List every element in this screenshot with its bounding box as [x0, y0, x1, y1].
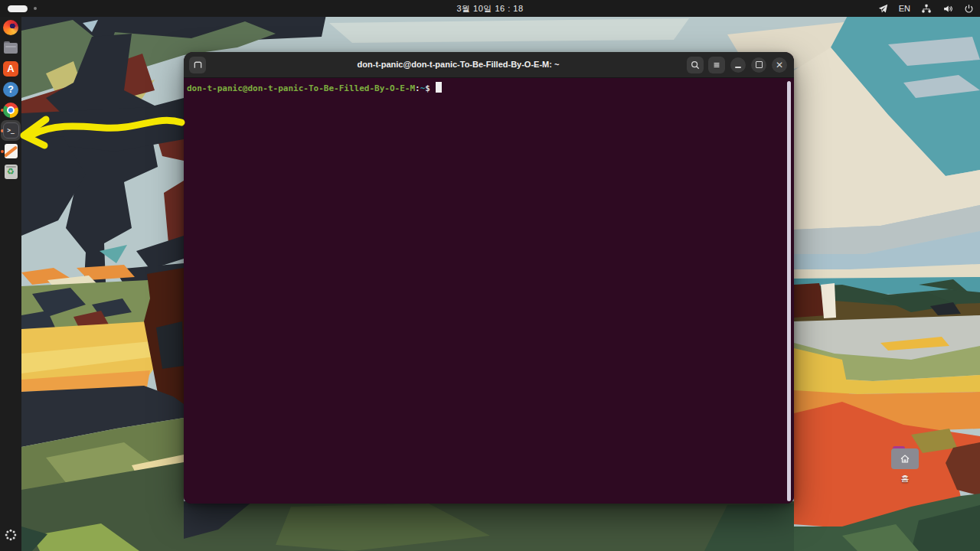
- text-editor-icon: [5, 144, 18, 158]
- firefox-icon: [3, 20, 18, 35]
- chrome-icon: [3, 103, 18, 118]
- dock-item-app-store[interactable]: A: [0, 58, 21, 79]
- dock: A ? >_ ♻: [0, 17, 21, 551]
- prompt-user-host: don-t-panic@don-t-panic-To-Be-Filled-By-…: [187, 83, 415, 93]
- search-button[interactable]: [687, 57, 704, 73]
- dock-item-chrome[interactable]: [0, 99, 21, 120]
- terminal-screen[interactable]: don-t-panic@don-t-panic-To-Be-Filled-By-…: [184, 78, 794, 504]
- volume-icon[interactable]: [942, 4, 953, 14]
- dock-item-help[interactable]: ?: [0, 79, 21, 99]
- home-glyph-icon: [900, 454, 910, 464]
- help-icon: ?: [3, 82, 18, 97]
- system-tray[interactable]: EN: [878, 0, 974, 17]
- prompt-symbol: $: [425, 83, 430, 93]
- dock-item-text-editor[interactable]: [0, 141, 21, 161]
- trash-icon: ♻: [5, 165, 18, 179]
- files-icon: [4, 43, 18, 54]
- terminal-scrollbar[interactable]: [787, 81, 791, 501]
- home-folder-label: 홈: [901, 473, 910, 484]
- network-icon[interactable]: [921, 4, 932, 14]
- terminal-cursor: [436, 82, 442, 93]
- minimize-button[interactable]: [730, 57, 746, 73]
- new-tab-button[interactable]: [189, 57, 206, 73]
- menu-button[interactable]: [708, 57, 725, 73]
- telegram-icon[interactable]: [878, 4, 888, 14]
- dock-item-terminal[interactable]: >_: [0, 120, 21, 141]
- maximize-button[interactable]: [751, 57, 766, 73]
- dock-item-files[interactable]: [0, 37, 21, 58]
- terminal-window: don-t-panic@don-t-panic-To-Be-Filled-By-…: [184, 52, 794, 504]
- window-title: don-t-panic@don-t-panic-To-Be-Filled-By-…: [245, 52, 671, 77]
- prompt-separator: :: [415, 83, 420, 93]
- clock[interactable]: 3월 10일 16 : 18: [0, 0, 980, 17]
- running-indicator: [1, 150, 4, 153]
- dock-item-show-apps[interactable]: [0, 526, 21, 546]
- show-apps-icon: [5, 529, 17, 544]
- desktop-home-folder[interactable]: 홈: [887, 448, 923, 488]
- power-icon[interactable]: [964, 4, 974, 14]
- app-store-icon: A: [3, 61, 18, 77]
- top-bar: 3월 10일 16 : 18 EN: [0, 0, 980, 17]
- shell-prompt: don-t-panic@don-t-panic-To-Be-Filled-By-…: [184, 78, 794, 93]
- keyboard-layout-indicator[interactable]: EN: [899, 4, 910, 13]
- close-button[interactable]: ✕: [772, 57, 787, 73]
- terminal-titlebar[interactable]: don-t-panic@don-t-panic-To-Be-Filled-By-…: [184, 52, 794, 78]
- terminal-icon: >_: [3, 122, 19, 139]
- dock-item-trash[interactable]: ♻: [0, 161, 21, 182]
- home-folder-icon: [891, 448, 919, 469]
- dock-item-firefox[interactable]: [0, 17, 21, 37]
